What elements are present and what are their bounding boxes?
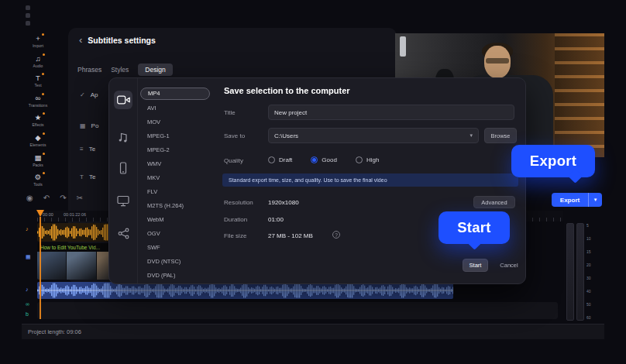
format-webm[interactable]: WebM: [147, 215, 164, 225]
ruler-label: 00:00: [43, 212, 53, 217]
device-format-icon[interactable]: [114, 159, 132, 177]
beat-track-icon[interactable]: b: [26, 311, 29, 317]
sidebar-item-text[interactable]: TText: [23, 74, 53, 93]
link-track-icon[interactable]: ∞: [26, 301, 29, 307]
format-mpeg-1[interactable]: MPEG-1: [147, 132, 170, 141]
save-to-select[interactable]: C:\Users ▾: [268, 128, 479, 143]
tv-format-icon[interactable]: [114, 191, 132, 210]
sidebar-item-transitions[interactable]: ∞Transitions: [23, 94, 53, 113]
sidebar-item-label: Effects: [32, 122, 43, 127]
chevron-down-icon: ▾: [470, 132, 473, 139]
sidebar-item-effects[interactable]: ★Effects: [23, 113, 53, 132]
radio-icon: [268, 156, 275, 163]
import-icon: +: [36, 34, 40, 43]
save-to-value: C:\Users: [274, 132, 298, 139]
sidebar-item-label: Packs: [33, 163, 43, 167]
audio-format-icon[interactable]: [114, 128, 132, 146]
clip-thumbnail: [67, 252, 95, 280]
format-flv[interactable]: FLV: [147, 187, 157, 197]
format-mp4[interactable]: MP4: [140, 88, 210, 100]
meter-tick: 50: [586, 303, 591, 307]
start-callout: Start: [439, 211, 510, 244]
quality-options: DraftGoodHigh: [268, 156, 379, 164]
sidebar-item-label: Transitions: [29, 103, 47, 108]
format-swf[interactable]: SWF: [147, 243, 160, 252]
subtitles-row[interactable]: ▦Po: [80, 122, 98, 129]
meter-scale: 510152030405060: [586, 224, 591, 320]
subtitles-row[interactable]: TTe: [80, 173, 95, 180]
split-icon[interactable]: ✂: [77, 194, 83, 202]
sidebar-item-packs[interactable]: ▦Packs: [23, 153, 53, 173]
undo-icon[interactable]: ↶: [43, 194, 50, 202]
quality-high[interactable]: High: [356, 156, 379, 163]
tab-styles[interactable]: Styles: [111, 66, 129, 74]
sidebar-item-audio[interactable]: ♫Audio: [23, 54, 53, 74]
meter-tick: 30: [586, 276, 591, 280]
subtitles-row-label: Ap: [91, 91, 98, 98]
menu-icon[interactable]: [26, 5, 30, 10]
format-m2ts-h-264-[interactable]: M2TS (H.264): [147, 201, 184, 211]
status-bar: Project length: 09:06: [22, 324, 604, 339]
tools-icon: ⚙: [35, 173, 42, 181]
format-ogv[interactable]: OGV: [147, 229, 160, 239]
transitions-icon: ∞: [36, 94, 41, 102]
tab-design[interactable]: Design: [138, 64, 172, 76]
advanced-button[interactable]: Advanced: [473, 196, 515, 208]
resolution-label: Resolution: [224, 199, 253, 206]
format-dvd-pal-[interactable]: DVD (PAL): [147, 271, 176, 280]
format-mkv[interactable]: MKV: [147, 173, 160, 183]
quality-option-label: Good: [322, 156, 337, 163]
format-mpeg-2[interactable]: MPEG-2: [147, 146, 170, 155]
sidebar-item-tools[interactable]: ⚙Tools: [23, 173, 53, 192]
check-icon: ✓: [80, 91, 85, 98]
meter-tick: 20: [586, 263, 591, 267]
help-icon[interactable]: ?: [332, 231, 340, 239]
tab-phrases[interactable]: Phrases: [77, 66, 101, 74]
chevron-down-icon: ▾: [594, 197, 597, 203]
export-button[interactable]: Export: [552, 193, 588, 207]
text-style-icon: T: [80, 173, 84, 180]
format-mov[interactable]: MOV: [147, 118, 160, 127]
sidebar-item-elements[interactable]: ◆Elements: [23, 133, 53, 153]
level-meter-left: [566, 223, 574, 321]
subtitles-row-label: Te: [89, 173, 95, 180]
subtitles-tabs: PhrasesStylesDesign: [77, 64, 173, 76]
video-track-icon[interactable]: ▦: [26, 254, 31, 260]
playhead-line[interactable]: [40, 217, 41, 319]
sidebar-item-label: Text: [34, 83, 41, 88]
format-avi[interactable]: AVI: [147, 104, 156, 113]
quality-good[interactable]: Good: [311, 156, 337, 163]
cancel-button[interactable]: Cancel: [493, 259, 525, 272]
subtitles-row[interactable]: ≡Te: [80, 146, 95, 153]
sidebar-item-import[interactable]: +Import: [23, 34, 53, 53]
back-icon[interactable]: ‹: [79, 36, 82, 45]
quality-draft[interactable]: Draft: [268, 156, 292, 163]
subtitles-row[interactable]: ✓Ap: [80, 91, 98, 98]
audio-track-icon[interactable]: ♪: [26, 226, 29, 232]
sidebar-item-label: Import: [33, 43, 43, 48]
callout-tail: [568, 169, 582, 183]
video-format-icon[interactable]: [114, 91, 132, 109]
project-length: Project length: 09:06: [22, 328, 81, 335]
export-callout: Export: [511, 145, 595, 177]
redo-icon[interactable]: ↷: [60, 194, 66, 202]
music-track-icon[interactable]: ♪: [26, 287, 29, 292]
export-dialog: MP4AVIMOVMPEG-1MPEG-2WMVMKVFLVM2TS (H.26…: [108, 77, 526, 284]
export-dropdown-button[interactable]: ▾: [588, 193, 602, 207]
format-wmv[interactable]: WMV: [147, 160, 161, 169]
grid-icon: ▦: [80, 122, 86, 129]
packs-icon: ▦: [35, 153, 42, 162]
text-icon: T: [36, 74, 40, 82]
menu-icon[interactable]: [26, 21, 30, 26]
format-dvd-ntsc-[interactable]: DVD (NTSC): [147, 257, 181, 266]
music-clip-waveform[interactable]: [37, 282, 453, 299]
share-format-icon[interactable]: [114, 224, 132, 242]
start-button[interactable]: Start: [463, 259, 488, 272]
menu-icon[interactable]: [26, 13, 30, 18]
browse-button[interactable]: Browse: [484, 128, 517, 143]
glasses-shape: [486, 58, 509, 64]
record-icon[interactable]: ◉: [26, 194, 33, 202]
title-input[interactable]: [268, 105, 514, 120]
level-meter-right: [576, 223, 584, 321]
info-banner-text: Standard export time, size, and quality.…: [229, 177, 387, 183]
